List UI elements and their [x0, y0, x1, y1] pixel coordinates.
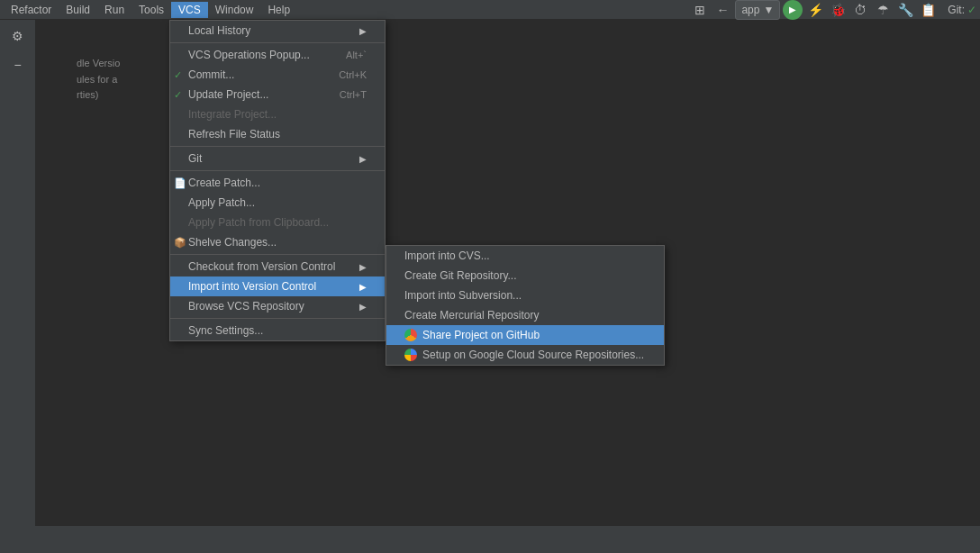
run-button[interactable]: ▶ — [783, 0, 803, 20]
menu-vcs[interactable]: VCS — [171, 2, 208, 18]
menu-item-git[interactable]: Git ▶ — [170, 149, 385, 168]
vcs-ops-label: VCS Operations Popup... — [188, 49, 310, 61]
create-patch-label: Create Patch... — [188, 177, 260, 189]
gutter-line-3: rties) — [77, 87, 120, 104]
shelve-changes-icon: 📦 — [174, 237, 186, 249]
settings-panel-btn[interactable]: ⚙ — [5, 23, 31, 49]
gcloud-icon — [404, 349, 417, 361]
submenu-setup-gcloud[interactable]: Setup on Google Cloud Source Repositorie… — [386, 345, 664, 365]
gutter-line-1: dle Versio — [77, 56, 120, 72]
minimize-panel-btn[interactable]: − — [5, 52, 31, 77]
menu-window[interactable]: Window — [208, 2, 261, 18]
menu-item-shelve-changes[interactable]: 📦 Shelve Changes... — [170, 232, 385, 252]
vcs-ops-shortcut: Alt+` — [328, 50, 367, 60]
gutter-line-2: ules for a — [77, 72, 120, 88]
bug-icon[interactable]: 🐞 — [828, 0, 848, 20]
create-patch-icon: 📄 — [174, 177, 186, 189]
menu-help[interactable]: Help — [260, 2, 297, 18]
menu-item-apply-patch-clipboard: Apply Patch from Clipboard... — [170, 213, 385, 232]
shelve-changes-label: Shelve Changes... — [188, 236, 277, 249]
left-panel: ⚙ − — [0, 20, 36, 526]
import-vcs-label: Import into Version Control — [188, 280, 316, 293]
checkout-arrow: ▶ — [359, 262, 367, 272]
submenu-import-svn[interactable]: Import into Subversion... — [386, 286, 664, 305]
menu-item-update-project[interactable]: ✓ Update Project... Ctrl+T — [170, 85, 385, 104]
commit-label: Commit... — [188, 68, 234, 81]
separator-3 — [170, 170, 385, 171]
menu-item-integrate: Integrate Project... — [170, 104, 385, 124]
back-icon[interactable]: ← — [712, 0, 732, 20]
import-cvs-label: Import into CVS... — [404, 249, 490, 262]
profile-icon[interactable]: ⏱ — [850, 0, 870, 20]
app-dropdown-icon: ▼ — [763, 4, 774, 16]
menu-bar: Refactor Build Run Tools VCS Window Help… — [0, 0, 980, 20]
coverage-icon[interactable]: ☂ — [873, 0, 893, 20]
menu-item-refresh-status[interactable]: Refresh File Status — [170, 124, 385, 144]
apply-patch-label: Apply Patch... — [188, 196, 255, 209]
separator-4 — [170, 254, 385, 255]
create-git-label: Create Git Repository... — [404, 269, 517, 282]
git-label: Git: — [948, 4, 965, 16]
git-checkmark: ✓ — [967, 4, 976, 16]
local-history-label: Local History — [188, 24, 250, 37]
app-name: app — [741, 4, 759, 16]
refresh-status-label: Refresh File Status — [188, 128, 280, 141]
git-arrow: ▶ — [359, 154, 367, 164]
sync-settings-label: Sync Settings... — [188, 324, 263, 337]
lightning-icon[interactable]: ⚡ — [805, 0, 825, 20]
import-vcs-submenu: Import into CVS... Create Git Repository… — [386, 245, 665, 366]
commit-check-icon: ✓ — [174, 69, 182, 81]
menu-item-browse-vcs[interactable]: Browse VCS Repository ▶ — [170, 296, 385, 316]
update-project-check-icon: ✓ — [174, 89, 182, 101]
menu-item-import-vcs[interactable]: Import into Version Control ▶ — [170, 276, 385, 296]
menu-run[interactable]: Run — [97, 2, 132, 18]
menu-item-create-patch[interactable]: 📄 Create Patch... — [170, 173, 385, 193]
update-project-shortcut: Ctrl+T — [322, 89, 367, 100]
setup-gcloud-label: Setup on Google Cloud Source Repositorie… — [422, 349, 644, 361]
vcs-dropdown-menu: Local History ▶ VCS Operations Popup... … — [169, 20, 386, 341]
import-vcs-arrow: ▶ — [359, 282, 367, 292]
apply-patch-clipboard-label: Apply Patch from Clipboard... — [188, 216, 329, 229]
menu-item-checkout[interactable]: Checkout from Version Control ▶ — [170, 257, 385, 276]
menu-build[interactable]: Build — [59, 2, 97, 18]
import-svn-label: Import into Subversion... — [404, 289, 522, 302]
submenu-import-cvs[interactable]: Import into CVS... — [386, 246, 664, 266]
submenu-share-github[interactable]: Share Project on GitHub — [386, 325, 664, 345]
checkout-label: Checkout from Version Control — [188, 260, 335, 273]
git-label-menu: Git — [188, 152, 202, 165]
share-github-label: Share Project on GitHub — [422, 329, 540, 341]
menu-item-apply-patch[interactable]: Apply Patch... — [170, 193, 385, 213]
local-history-arrow: ▶ — [359, 26, 367, 36]
app-selector[interactable]: app ▼ — [735, 0, 780, 20]
toolbar-right: ⊞ ← app ▼ ▶ ⚡ 🐞 ⏱ ☂ 🔧 📋 Git: ✓ — [690, 0, 976, 20]
menu-item-local-history[interactable]: Local History ▶ — [170, 21, 385, 41]
tools-icon[interactable]: 🔧 — [895, 0, 915, 20]
submenu-create-git[interactable]: Create Git Repository... — [386, 266, 664, 286]
submenu-create-mercurial[interactable]: Create Mercurial Repository — [386, 305, 664, 325]
github-icon — [404, 329, 417, 341]
integrate-label: Integrate Project... — [188, 108, 277, 121]
separator-1 — [170, 42, 385, 43]
menu-item-vcs-ops[interactable]: VCS Operations Popup... Alt+` — [170, 45, 385, 65]
separator-5 — [170, 318, 385, 319]
commit-shortcut: Ctrl+K — [321, 69, 367, 80]
menu-tools[interactable]: Tools — [132, 2, 171, 18]
separator-2 — [170, 146, 385, 147]
create-mercurial-label: Create Mercurial Repository — [404, 309, 539, 322]
menu-refactor[interactable]: Refactor — [4, 2, 59, 18]
menu-item-sync-settings[interactable]: Sync Settings... — [170, 321, 385, 340]
layout-icon[interactable]: ⊞ — [690, 0, 710, 20]
menu-item-commit[interactable]: ✓ Commit... Ctrl+K — [170, 65, 385, 85]
update-project-label: Update Project... — [188, 88, 268, 101]
browse-vcs-arrow: ▶ — [359, 302, 367, 312]
gutter-text: dle Versio ules for a rties) — [77, 56, 120, 104]
vcs-toolbar-icon[interactable]: 📋 — [918, 0, 938, 20]
browse-vcs-label: Browse VCS Repository — [188, 300, 304, 313]
